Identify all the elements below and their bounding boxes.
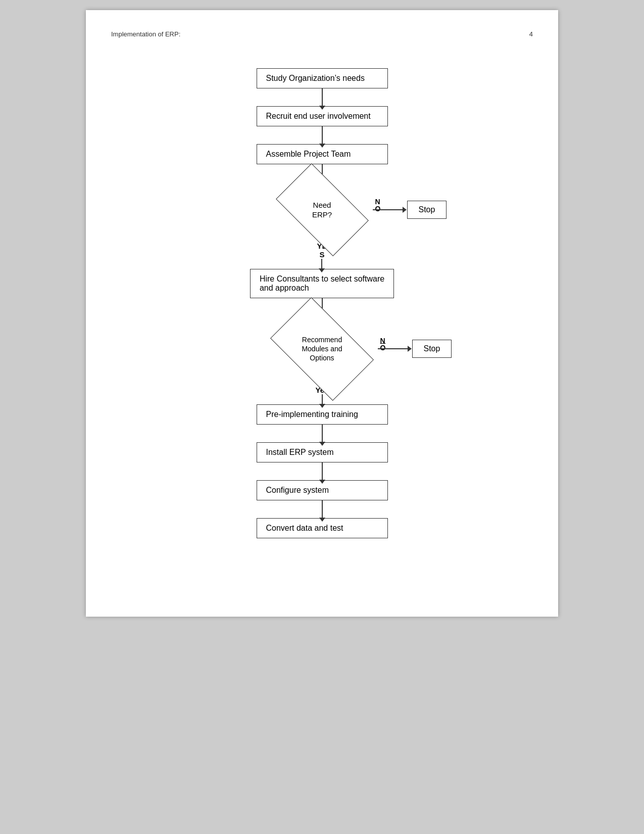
- arrow-5: [322, 425, 323, 442]
- hire-box: Hire Consultants to select softwareand a…: [250, 269, 394, 298]
- no-line-2: [378, 348, 408, 349]
- no-branch-2: NO Stop: [378, 340, 452, 358]
- page-number: 4: [529, 30, 533, 38]
- recommend-diamond-wrapper: RecommendModules andOptions: [267, 316, 378, 382]
- arrow-yes-1: [321, 259, 322, 269]
- arrow-6: [322, 462, 323, 480]
- flowchart: Study Organization’s needs Recruit end u…: [111, 68, 533, 538]
- recommend-row: RecommendModules andOptions NO Stop: [111, 316, 533, 382]
- arrow-2: [322, 126, 323, 144]
- no-line-1: [373, 209, 403, 210]
- header-title: Implementation of ERP:: [111, 30, 180, 38]
- page: Implementation of ERP: 4 Study Organizat…: [86, 10, 558, 617]
- need-erp-diamond-wrapper: NeedERP?: [272, 182, 373, 238]
- no-branch-1: NO Stop: [373, 201, 447, 219]
- need-erp-row: NeedERP? NO Stop: [111, 182, 533, 238]
- stop-box-2: Stop: [412, 340, 452, 358]
- need-erp-label: NeedERP?: [312, 200, 332, 220]
- recommend-label: RecommendModules andOptions: [302, 335, 342, 363]
- page-header: Implementation of ERP: 4: [111, 30, 533, 38]
- arrow-1: [322, 88, 323, 106]
- arrow-7: [322, 500, 323, 518]
- stop-box-1: Stop: [407, 201, 447, 219]
- arrow-yes-2: [322, 394, 323, 404]
- study-box: Study Organization’s needs: [257, 68, 388, 88]
